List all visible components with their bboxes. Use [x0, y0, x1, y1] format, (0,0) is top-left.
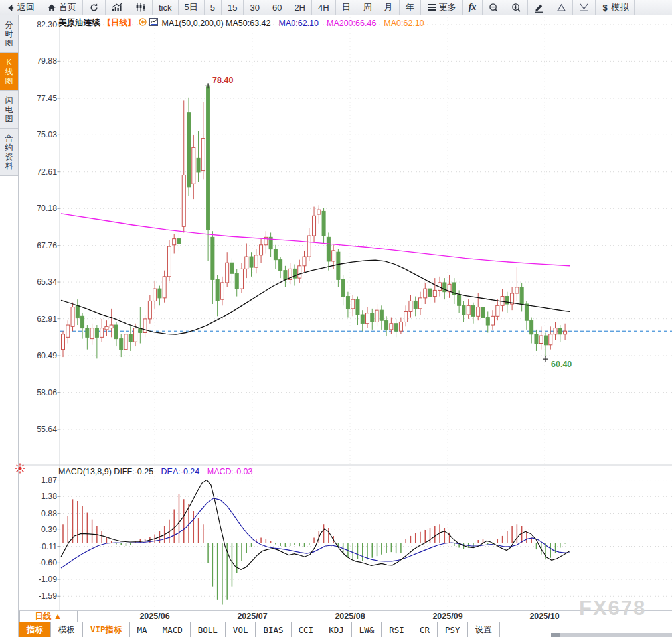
indicator-tab-MACD[interactable]: MACD	[155, 622, 191, 637]
indicator-tab-CCI[interactable]: CCI	[292, 622, 322, 637]
toolbar-button-simulate[interactable]: $模拟	[596, 0, 635, 15]
toolbar-button-period-15[interactable]: 15	[222, 0, 244, 15]
macd-dea-value: DEA:-0.24	[161, 467, 200, 476]
indicator-tab-BOLL[interactable]: BOLL	[191, 622, 226, 637]
add-indicator-icon[interactable]	[139, 18, 147, 28]
sidebar-item-3[interactable]: 合约资料	[0, 129, 18, 176]
x-axis-date-2025/10: 2025/10	[529, 612, 559, 621]
toolbar-button-home[interactable]: 首页	[41, 0, 83, 15]
toolbar-button-triangle-up[interactable]	[550, 0, 573, 15]
toolbar-button-period-month[interactable]: 月	[378, 0, 400, 15]
back-icon	[6, 3, 15, 12]
scrollbar-tip[interactable]	[551, 633, 560, 637]
mini-chart-icon[interactable]	[149, 18, 158, 28]
toolbar-button-label: 更多	[439, 1, 456, 13]
sidebar-item-2[interactable]: 闪电图	[0, 91, 18, 129]
toolbar-button-candle-chart[interactable]	[129, 0, 153, 15]
refresh-icon	[89, 3, 99, 13]
sidebar-item-char: 图	[5, 114, 13, 123]
svg-text:72.61: 72.61	[37, 167, 57, 177]
toolbar-button-period-day[interactable]: 日	[336, 0, 357, 15]
toolbar-button-formula[interactable]: fx	[463, 0, 483, 15]
svg-text:$: $	[603, 3, 608, 12]
toolbar-button-tick[interactable]: tick	[153, 0, 179, 15]
svg-text:78.40: 78.40	[212, 76, 233, 85]
candles-group	[62, 84, 567, 358]
toolbar-button-zoom-out[interactable]	[483, 0, 505, 15]
indicator-tab-PSY[interactable]: PSY	[438, 622, 468, 637]
toolbar-button-label: 30	[250, 3, 259, 13]
toolbar-button-period-60[interactable]: 60	[266, 0, 288, 15]
toolbar-button-period-5d[interactable]: 5日	[179, 0, 205, 15]
toolbar-button-period-year[interactable]: 年	[400, 0, 421, 15]
sidebar-item-char: 分	[5, 20, 13, 29]
watermark-fx678: FX678	[579, 597, 646, 620]
chart-canvas[interactable]: 82.3079.8877.4575.0372.6170.1867.7665.34…	[0, 0, 672, 637]
toolbar-button-period-2h[interactable]: 2H	[288, 0, 312, 15]
indicator-tab-BIAS[interactable]: BIAS	[256, 622, 291, 637]
svg-text:67.76: 67.76	[37, 241, 57, 250]
toolbar-button-triangle-down[interactable]	[573, 0, 596, 15]
indicator-settings-icon[interactable]	[14, 462, 26, 477]
x-axis-date-2025/09: 2025/09	[432, 612, 462, 621]
sidebar-item-char: 图	[5, 38, 13, 48]
toolbar-button-label: fx	[469, 2, 477, 13]
zoom-out-icon	[489, 3, 499, 13]
symbol-name: 美原油连续	[58, 17, 100, 29]
svg-text:-0.60: -0.60	[39, 558, 57, 567]
indicator-tab-VIP指标[interactable]: VIP指标	[83, 622, 130, 637]
indicator-tab-模板[interactable]: 模板	[51, 622, 83, 637]
toolbar-button-label: 首页	[59, 1, 76, 13]
toolbar-button-period-5[interactable]: 5	[205, 0, 222, 15]
svg-text:65.34: 65.34	[37, 277, 57, 287]
sidebar-item-char: 合	[5, 133, 13, 143]
x-axis-date-2025/08: 2025/08	[335, 612, 365, 621]
toolbar-button-zoom-in[interactable]	[505, 0, 528, 15]
sidebar-item-0[interactable]: 分时图	[0, 15, 18, 53]
toolbar-button-label: 15	[228, 3, 237, 13]
chart-header: 美原油连续 【日线】 MA1(50,0,200,0) MA50:63.42 MA…	[58, 17, 424, 29]
svg-text:0.39: 0.39	[41, 525, 57, 534]
sidebar-item-1[interactable]: K线图	[0, 53, 18, 91]
sidebar-item-char: 资	[5, 152, 13, 161]
toolbar-button-back[interactable]: 返回	[0, 0, 41, 15]
indicator-tab-VOL[interactable]: VOL	[226, 622, 256, 637]
left-sidebar: 分时图K线图闪电图合约资料	[0, 15, 19, 637]
price-annotations: 78.4060.40	[205, 76, 572, 369]
toolbar-button-label: tick	[159, 3, 172, 13]
indicator-tab-KDJ[interactable]: KDJ	[321, 622, 352, 637]
toolbar-button-trend-chart[interactable]	[106, 0, 129, 15]
x-axis-row: 日线 ▲ 2025/062025/072025/082025/092025/10	[0, 610, 672, 622]
toolbar-button-label: 4H	[318, 3, 329, 13]
horizontal-scrollbar[interactable]	[560, 633, 672, 637]
macd-macd-value: MACD:-0.03	[207, 467, 253, 476]
toolbar-button-label: 60	[272, 3, 282, 13]
svg-text:79.88: 79.88	[37, 56, 57, 66]
period-dropdown-button[interactable]: 日线 ▲	[19, 611, 78, 622]
toolbar-button-label: 返回	[17, 1, 35, 13]
trading-app-window: 82.3079.8877.4575.0372.6170.1867.7665.34…	[0, 0, 672, 637]
toolbar-button-more[interactable]: 更多	[421, 0, 463, 15]
home-icon	[47, 3, 56, 12]
sidebar-item-char: 闪	[5, 96, 13, 105]
sidebar-item-char: 图	[5, 76, 13, 86]
triangle-up-icon	[556, 3, 566, 12]
toolbar-button-refresh[interactable]	[83, 0, 106, 15]
indicator-tab-LW&[interactable]: LW&	[352, 622, 382, 637]
toolbar-button-period-week[interactable]: 周	[357, 0, 378, 15]
sidebar-item-char: 料	[5, 161, 13, 171]
toolbar-button-period-4h[interactable]: 4H	[312, 0, 336, 15]
indicator-tab-指标[interactable]: 指标	[19, 622, 51, 637]
svg-text:-0.11: -0.11	[39, 542, 57, 551]
month-gridlines	[155, 17, 545, 609]
indicator-tab-设置[interactable]: 设置	[468, 622, 500, 637]
sidebar-item-char: 线	[5, 67, 13, 76]
trend-chart-icon	[112, 3, 123, 12]
toolbar-button-label: 日	[342, 1, 351, 13]
indicator-tab-RSI[interactable]: RSI	[382, 622, 412, 637]
macd-dea-line	[61, 498, 570, 568]
toolbar-button-period-30[interactable]: 30	[244, 0, 266, 15]
toolbar-button-draw[interactable]	[528, 0, 550, 15]
indicator-tab-MA[interactable]: MA	[130, 622, 155, 637]
indicator-tab-CR[interactable]: CR	[412, 622, 438, 637]
